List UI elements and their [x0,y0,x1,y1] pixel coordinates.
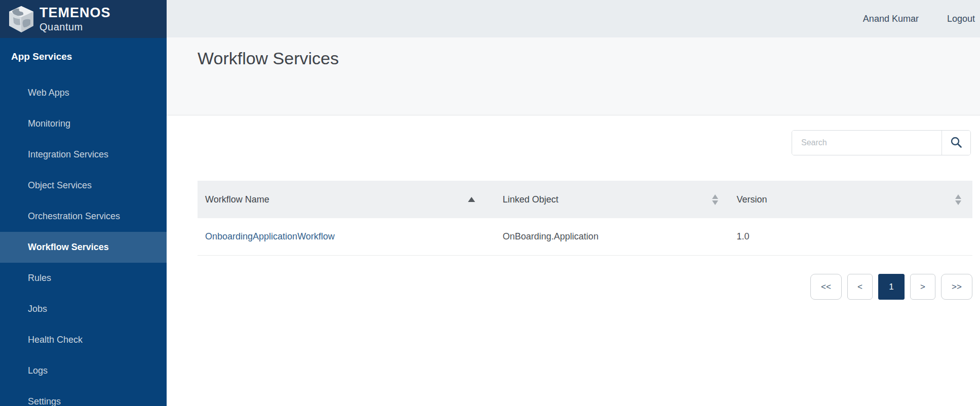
workflow-table: Workflow Name Linked Object Version Onbo… [198,181,972,256]
page-title: Workflow Services [167,37,980,68]
brand-text: TEMENOS Quantum [40,6,111,32]
cell-version: 1.0 [729,231,972,242]
app-root: TEMENOS Quantum App Services Web Apps Mo… [0,0,980,406]
pagination: << < 1 > >> [167,274,972,300]
column-header-linked-object[interactable]: Linked Object [495,194,729,205]
workflow-link[interactable]: OnboardingApplicationWorkflow [205,231,335,241]
column-label: Version [737,194,767,205]
column-header-version[interactable]: Version [729,194,972,205]
temenos-globe-cube-icon [8,5,34,33]
sidebar-menu: Web Apps Monitoring Integration Services… [0,77,167,406]
pagination-page-1-button[interactable]: 1 [878,274,905,300]
user-name: Anand Kumar [863,14,919,24]
sidebar-item-object-services[interactable]: Object Services [0,170,167,201]
sidebar-item-health-check[interactable]: Health Check [0,324,167,355]
pagination-previous-button[interactable]: < [847,274,873,300]
column-label: Linked Object [503,194,559,205]
sidebar-section-label: App Services [0,38,167,62]
sort-unsorted-icon [955,194,961,205]
brand-name: TEMENOS [40,6,111,20]
sidebar-item-integration-services[interactable]: Integration Services [0,139,167,170]
search-button[interactable] [942,131,970,155]
main-area: Anand Kumar Logout Workflow Services [167,0,980,406]
sidebar-item-settings[interactable]: Settings [0,386,167,406]
search-row [167,130,980,155]
sidebar-item-rules[interactable]: Rules [0,263,167,294]
search-input[interactable] [792,131,942,155]
sidebar-item-workflow-services[interactable]: Workflow Services [0,232,167,263]
cell-workflow-name: OnboardingApplicationWorkflow [198,231,495,242]
sidebar-item-web-apps[interactable]: Web Apps [0,77,167,108]
sort-unsorted-icon [712,194,718,205]
cell-linked-object: OnBoarding.Application [495,231,729,242]
column-label: Workflow Name [205,194,269,205]
logout-link[interactable]: Logout [947,14,975,24]
sidebar-item-jobs[interactable]: Jobs [0,294,167,324]
table-row: OnboardingApplicationWorkflow OnBoarding… [198,218,972,256]
pagination-first-button[interactable]: << [810,274,842,300]
topbar: Anand Kumar Logout [167,0,980,37]
table-header-row: Workflow Name Linked Object Version [198,181,972,218]
content: Workflow Name Linked Object Version Onbo… [167,115,980,406]
pagination-last-button[interactable]: >> [941,274,972,300]
column-header-workflow-name[interactable]: Workflow Name [198,194,495,205]
pagination-next-button[interactable]: > [910,274,935,300]
sidebar-item-orchestration-services[interactable]: Orchestration Services [0,201,167,232]
sort-ascending-icon [468,197,475,202]
sidebar: TEMENOS Quantum App Services Web Apps Mo… [0,0,167,406]
search-icon [950,136,962,150]
sidebar-item-logs[interactable]: Logs [0,355,167,386]
page-header: Workflow Services [167,37,980,115]
search-group [792,130,971,155]
sidebar-item-monitoring[interactable]: Monitoring [0,108,167,139]
logo-strip: TEMENOS Quantum [0,0,167,38]
brand-product: Quantum [40,22,111,32]
